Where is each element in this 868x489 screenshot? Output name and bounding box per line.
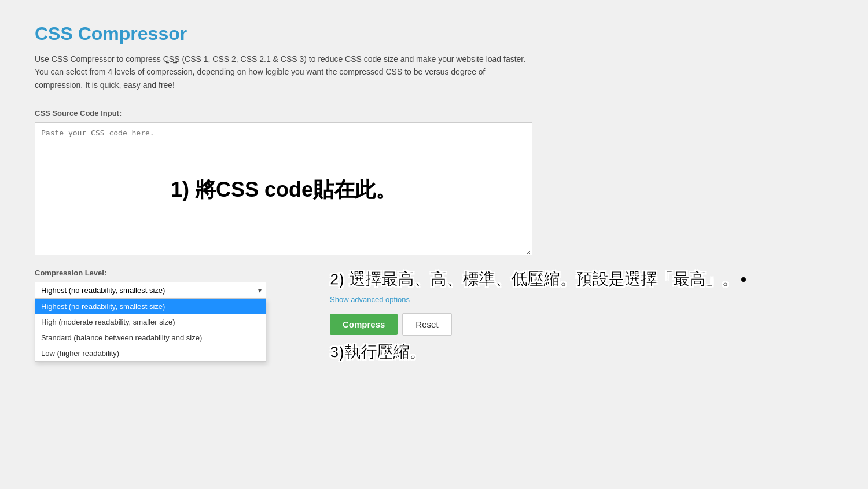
bottom-section: Compression Level: Highest (no readabili… — [35, 269, 833, 363]
dropdown-item-low[interactable]: Low (higher readability) — [35, 345, 266, 361]
page-title: CSS Compressor — [35, 23, 833, 45]
compress-button[interactable]: Compress — [330, 314, 398, 335]
dropdown-item-highest[interactable]: Highest (no readability, smallest size) — [35, 299, 266, 314]
description-text: Use CSS Compressor to compress CSS (CSS … — [35, 53, 532, 91]
reset-button[interactable]: Reset — [402, 313, 451, 336]
css-textarea-wrapper: 1) 將CSS code貼在此。 — [35, 122, 532, 257]
css-abbr: CSS — [163, 54, 180, 64]
dropdown-item-standard[interactable]: Standard (balance between readability an… — [35, 330, 266, 345]
button-row: Compress Reset — [330, 313, 833, 336]
step2-annotation: 2) 選擇最高、高、標準、低壓縮。預設是選擇「最高」。 — [330, 269, 833, 291]
compression-dropdown[interactable]: Highest (no readability, smallest size) … — [35, 299, 266, 362]
compression-select-wrapper[interactable]: Highest (no readability, smallest size) … — [35, 282, 266, 299]
step3-annotation: 3)執行壓縮。 — [330, 341, 833, 363]
compression-label: Compression Level: — [35, 269, 318, 277]
step2-dot — [741, 277, 746, 282]
right-panel: 2) 選擇最高、高、標準、低壓縮。預設是選擇「最高」。 Show advance… — [330, 269, 833, 363]
compression-select[interactable]: Highest (no readability, smallest size) … — [35, 282, 266, 299]
css-input[interactable] — [35, 122, 532, 255]
dropdown-item-high[interactable]: High (moderate readability, smaller size… — [35, 314, 266, 330]
left-panel: Compression Level: Highest (no readabili… — [35, 269, 318, 299]
css-input-label: CSS Source Code Input: — [35, 109, 833, 117]
show-advanced-link[interactable]: Show advanced options — [330, 295, 833, 304]
